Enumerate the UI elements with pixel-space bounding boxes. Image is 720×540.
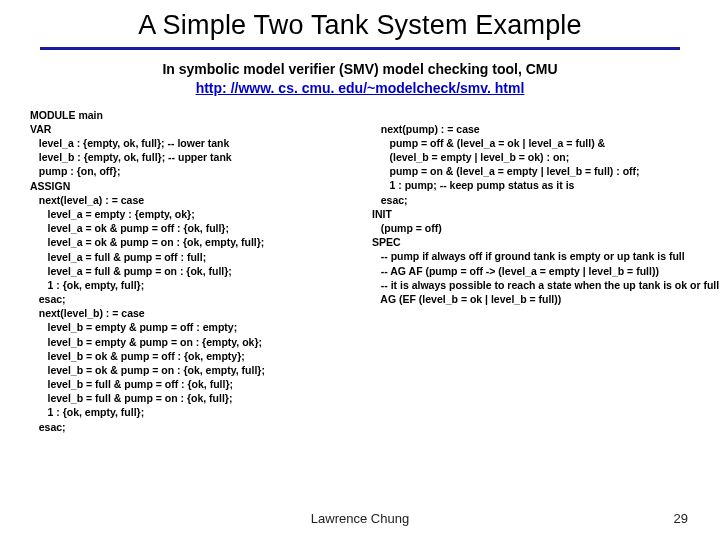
code-column-left: MODULE main VAR level_a : {empty, ok, fu… bbox=[30, 108, 360, 434]
code-area: MODULE main VAR level_a : {empty, ok, fu… bbox=[0, 108, 720, 434]
slide: A Simple Two Tank System Example In symb… bbox=[0, 0, 720, 540]
slide-title: A Simple Two Tank System Example bbox=[0, 0, 720, 47]
intro-link[interactable]: http: //www. cs. cmu. edu/~modelcheck/sm… bbox=[196, 80, 525, 96]
title-rule bbox=[40, 47, 680, 50]
intro-block: In symbolic model verifier (SMV) model c… bbox=[60, 60, 660, 98]
footer-author: Lawrence Chung bbox=[0, 511, 720, 526]
code-column-right: next(pump) : = case pump = off & (level_… bbox=[372, 108, 719, 306]
page-number: 29 bbox=[674, 511, 688, 526]
intro-text: In symbolic model verifier (SMV) model c… bbox=[162, 61, 557, 77]
